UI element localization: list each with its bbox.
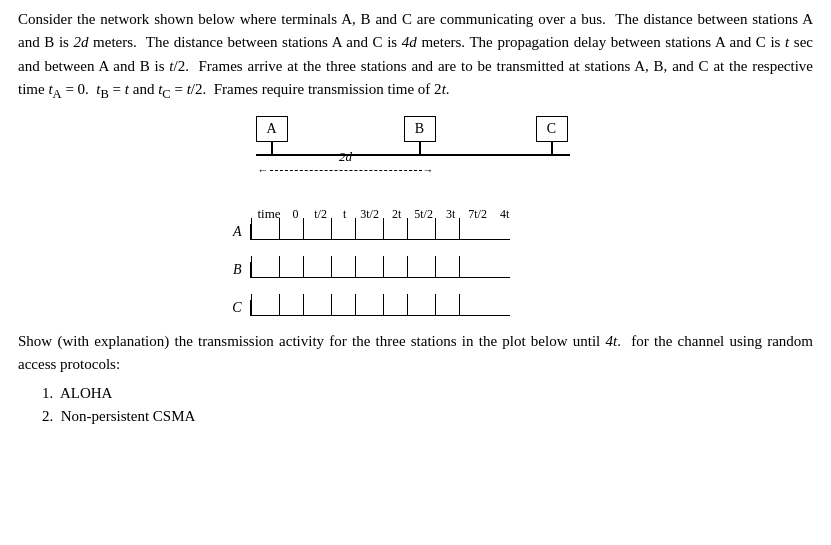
tick-7t2: 7t/2 bbox=[463, 207, 493, 222]
network-diagram-area: A B C ← 2d → bbox=[18, 116, 813, 196]
bottom-paragraph: Show (with explanation) the transmission… bbox=[18, 330, 813, 377]
station-a-box: A bbox=[256, 116, 288, 142]
row-c-label: C bbox=[206, 300, 250, 316]
time-label: time bbox=[258, 206, 281, 222]
bus-line bbox=[256, 154, 570, 156]
row-b-label: B bbox=[206, 262, 250, 278]
timeline-row-a: A bbox=[206, 224, 626, 240]
tick-t: t bbox=[335, 207, 355, 222]
list-area: 1. ALOHA 2. Non-persistent CSMA bbox=[18, 385, 813, 425]
main-paragraph: Consider the network shown below where t… bbox=[18, 8, 813, 104]
tick-3t2: 3t/2 bbox=[355, 207, 385, 222]
station-c-box: C bbox=[536, 116, 568, 142]
row-a-label: A bbox=[206, 224, 250, 240]
list-item-2: 2. Non-persistent CSMA bbox=[42, 408, 813, 425]
list-item-1: 1. ALOHA bbox=[42, 385, 813, 402]
tick-4t: 4t bbox=[493, 207, 517, 222]
tick-2t: 2t bbox=[385, 207, 409, 222]
timeline-row-b: B bbox=[206, 262, 626, 278]
timeline-header: time 0 t/2 t 3t/2 2t 5t/2 3t 7t/2 4t bbox=[258, 206, 626, 222]
station-b-box: B bbox=[404, 116, 436, 142]
timeline-row-c: C bbox=[206, 300, 626, 316]
timeline-plot: time 0 t/2 t 3t/2 2t 5t/2 3t 7t/2 4t A bbox=[206, 206, 626, 316]
